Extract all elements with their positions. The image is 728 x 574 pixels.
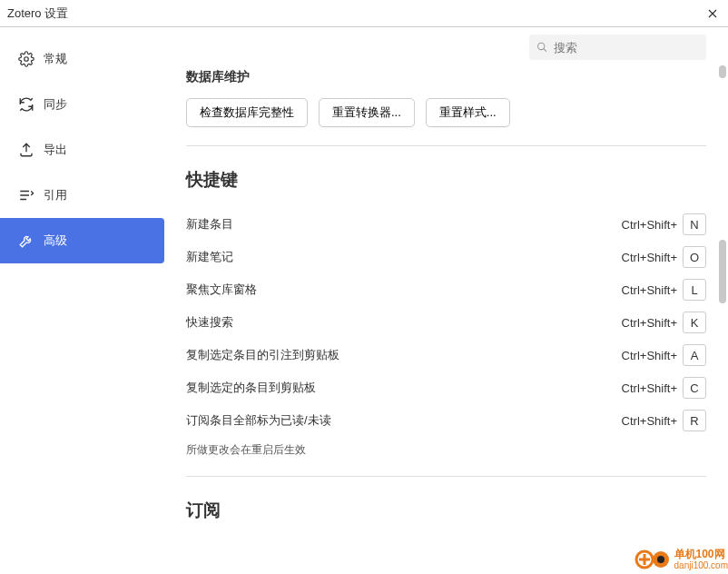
divider [186, 145, 706, 146]
shortcut-modifier: Ctrl+Shift+ [622, 251, 677, 264]
svg-point-0 [25, 57, 29, 62]
sidebar-item-label: 高级 [44, 233, 67, 249]
scrollbar-thumb[interactable] [719, 240, 726, 303]
shortcut-modifier: Ctrl+Shift+ [622, 218, 677, 232]
shortcut-combo: Ctrl+Shift+O [622, 246, 706, 268]
sidebar-item-label: 常规 [44, 51, 67, 67]
shortcut-key-input[interactable]: C [683, 377, 706, 399]
sidebar-item-advanced[interactable]: 高级 [0, 218, 164, 263]
shortcut-combo: Ctrl+Shift+A [622, 344, 706, 366]
shortcut-label: 复制选定的条目到剪贴板 [186, 380, 316, 396]
shortcut-modifier: Ctrl+Shift+ [622, 283, 677, 297]
sync-icon [18, 96, 34, 113]
export-icon [18, 142, 34, 158]
shortcut-key-input[interactable]: R [683, 410, 706, 431]
sidebar: 常规 同步 导出 引用 高级 [0, 27, 168, 574]
svg-point-6 [657, 556, 664, 563]
tools-icon [18, 233, 34, 249]
reset-translators-button[interactable]: 重置转换器... [319, 98, 415, 127]
shortcut-row: 新建条目Ctrl+Shift+N [186, 208, 706, 241]
close-icon [708, 9, 717, 18]
window-title: Zotero 设置 [7, 5, 68, 22]
watermark: 单机100网 danji100.com [635, 549, 728, 570]
search-box[interactable] [529, 35, 706, 60]
sidebar-item-cite[interactable]: 引用 [0, 173, 168, 218]
shortcut-label: 新建条目 [186, 216, 233, 233]
sidebar-item-export[interactable]: 导出 [0, 127, 168, 173]
search-icon [536, 41, 548, 54]
svg-point-1 [538, 43, 545, 49]
shortcut-combo: Ctrl+Shift+C [622, 377, 706, 399]
shortcut-combo: Ctrl+Shift+K [622, 312, 706, 333]
sidebar-item-label: 导出 [44, 142, 67, 158]
sidebar-item-general[interactable]: 常规 [0, 36, 168, 82]
titlebar: Zotero 设置 [0, 0, 728, 27]
shortcut-key-input[interactable]: A [683, 344, 706, 366]
shortcut-modifier: Ctrl+Shift+ [622, 316, 677, 330]
shortcut-list: 新建条目Ctrl+Shift+N新建笔记Ctrl+Shift+O聚焦文库窗格Ct… [186, 208, 706, 437]
shortcut-combo: Ctrl+Shift+R [622, 410, 706, 431]
shortcut-key-input[interactable]: O [683, 246, 706, 268]
shortcut-label: 复制选定条目的引注到剪贴板 [186, 347, 339, 363]
section-title-subscribe: 订阅 [186, 499, 706, 522]
sidebar-item-label: 同步 [44, 96, 67, 113]
sidebar-item-sync[interactable]: 同步 [0, 82, 168, 127]
search-input[interactable] [554, 41, 699, 54]
watermark-icon [635, 549, 671, 570]
shortcut-key-input[interactable]: L [683, 279, 706, 301]
section-title-shortcuts: 快捷键 [186, 168, 706, 192]
shortcut-label: 聚焦文库窗格 [186, 282, 257, 298]
shortcut-row: 聚焦文库窗格Ctrl+Shift+L [186, 273, 706, 306]
container: 常规 同步 导出 引用 高级 [0, 27, 728, 574]
shortcut-note: 所做更改会在重启后生效 [186, 442, 706, 458]
shortcut-row: 快速搜索Ctrl+Shift+K [186, 306, 706, 339]
shortcut-combo: Ctrl+Shift+N [622, 213, 706, 235]
shortcut-modifier: Ctrl+Shift+ [622, 414, 677, 428]
scroll-up-indicator [719, 65, 726, 78]
shortcut-row: 复制选定的条目到剪贴板Ctrl+Shift+C [186, 371, 706, 404]
cite-icon [18, 187, 34, 203]
gear-icon [18, 51, 34, 67]
sidebar-item-label: 引用 [44, 187, 67, 203]
main-content: 数据库维护 检查数据库完整性 重置转换器... 重置样式... 快捷键 新建条目… [168, 27, 728, 574]
check-integrity-button[interactable]: 检查数据库完整性 [186, 98, 308, 127]
shortcut-label: 快速搜索 [186, 314, 233, 331]
section-title-db: 数据库维护 [186, 69, 706, 85]
shortcut-row: 新建笔记Ctrl+Shift+O [186, 241, 706, 273]
db-button-row: 检查数据库完整性 重置转换器... 重置样式... [186, 98, 706, 127]
reset-styles-button[interactable]: 重置样式... [426, 98, 510, 127]
scrollbar[interactable] [719, 58, 726, 569]
watermark-line1: 单机100网 [674, 549, 728, 560]
shortcut-key-input[interactable]: N [683, 213, 706, 235]
divider [186, 476, 706, 477]
close-button[interactable] [706, 7, 719, 20]
shortcut-modifier: Ctrl+Shift+ [622, 381, 677, 395]
shortcut-row: 订阅条目全部标为已读/未读Ctrl+Shift+R [186, 404, 706, 437]
shortcut-row: 复制选定条目的引注到剪贴板Ctrl+Shift+A [186, 339, 706, 371]
shortcut-key-input[interactable]: K [683, 312, 706, 333]
shortcut-label: 订阅条目全部标为已读/未读 [186, 412, 331, 429]
shortcut-modifier: Ctrl+Shift+ [622, 349, 677, 362]
shortcut-combo: Ctrl+Shift+L [622, 279, 706, 301]
shortcut-label: 新建笔记 [186, 249, 233, 265]
watermark-line2: danji100.com [674, 560, 728, 570]
